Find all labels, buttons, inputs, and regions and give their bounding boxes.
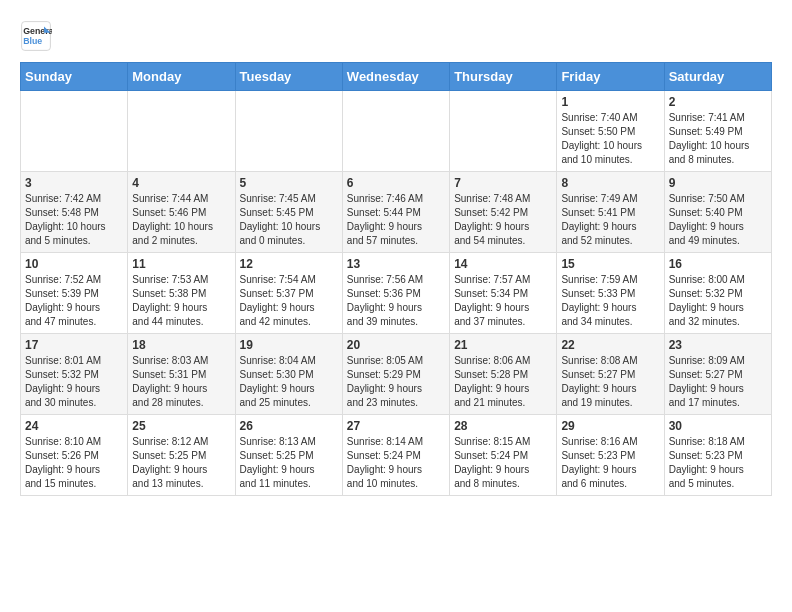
calendar-cell: 16Sunrise: 8:00 AM Sunset: 5:32 PM Dayli… <box>664 253 771 334</box>
day-info: Sunrise: 8:09 AM Sunset: 5:27 PM Dayligh… <box>669 354 767 410</box>
svg-text:Blue: Blue <box>23 36 42 46</box>
calendar-cell: 22Sunrise: 8:08 AM Sunset: 5:27 PM Dayli… <box>557 334 664 415</box>
day-info: Sunrise: 7:45 AM Sunset: 5:45 PM Dayligh… <box>240 192 338 248</box>
day-number: 3 <box>25 176 123 190</box>
calendar-cell: 26Sunrise: 8:13 AM Sunset: 5:25 PM Dayli… <box>235 415 342 496</box>
day-number: 20 <box>347 338 445 352</box>
day-number: 22 <box>561 338 659 352</box>
calendar-cell: 9Sunrise: 7:50 AM Sunset: 5:40 PM Daylig… <box>664 172 771 253</box>
calendar-table: SundayMondayTuesdayWednesdayThursdayFrid… <box>20 62 772 496</box>
day-info: Sunrise: 8:05 AM Sunset: 5:29 PM Dayligh… <box>347 354 445 410</box>
day-info: Sunrise: 8:03 AM Sunset: 5:31 PM Dayligh… <box>132 354 230 410</box>
calendar-cell: 8Sunrise: 7:49 AM Sunset: 5:41 PM Daylig… <box>557 172 664 253</box>
day-number: 23 <box>669 338 767 352</box>
day-info: Sunrise: 7:52 AM Sunset: 5:39 PM Dayligh… <box>25 273 123 329</box>
day-info: Sunrise: 7:44 AM Sunset: 5:46 PM Dayligh… <box>132 192 230 248</box>
logo-icon: General Blue <box>20 20 52 52</box>
calendar-cell: 18Sunrise: 8:03 AM Sunset: 5:31 PM Dayli… <box>128 334 235 415</box>
day-number: 28 <box>454 419 552 433</box>
header-day: Saturday <box>664 63 771 91</box>
calendar-cell: 25Sunrise: 8:12 AM Sunset: 5:25 PM Dayli… <box>128 415 235 496</box>
day-number: 26 <box>240 419 338 433</box>
calendar-cell <box>21 91 128 172</box>
calendar-cell: 4Sunrise: 7:44 AM Sunset: 5:46 PM Daylig… <box>128 172 235 253</box>
day-info: Sunrise: 8:10 AM Sunset: 5:26 PM Dayligh… <box>25 435 123 491</box>
calendar-cell: 7Sunrise: 7:48 AM Sunset: 5:42 PM Daylig… <box>450 172 557 253</box>
day-info: Sunrise: 7:50 AM Sunset: 5:40 PM Dayligh… <box>669 192 767 248</box>
calendar-cell: 21Sunrise: 8:06 AM Sunset: 5:28 PM Dayli… <box>450 334 557 415</box>
day-info: Sunrise: 7:40 AM Sunset: 5:50 PM Dayligh… <box>561 111 659 167</box>
day-number: 10 <box>25 257 123 271</box>
day-number: 30 <box>669 419 767 433</box>
calendar-body: 1Sunrise: 7:40 AM Sunset: 5:50 PM Daylig… <box>21 91 772 496</box>
calendar-cell: 30Sunrise: 8:18 AM Sunset: 5:23 PM Dayli… <box>664 415 771 496</box>
day-info: Sunrise: 7:48 AM Sunset: 5:42 PM Dayligh… <box>454 192 552 248</box>
day-info: Sunrise: 8:12 AM Sunset: 5:25 PM Dayligh… <box>132 435 230 491</box>
calendar-cell: 15Sunrise: 7:59 AM Sunset: 5:33 PM Dayli… <box>557 253 664 334</box>
calendar-cell: 5Sunrise: 7:45 AM Sunset: 5:45 PM Daylig… <box>235 172 342 253</box>
header-day: Sunday <box>21 63 128 91</box>
calendar-cell: 29Sunrise: 8:16 AM Sunset: 5:23 PM Dayli… <box>557 415 664 496</box>
day-number: 13 <box>347 257 445 271</box>
header-day: Tuesday <box>235 63 342 91</box>
calendar-cell: 3Sunrise: 7:42 AM Sunset: 5:48 PM Daylig… <box>21 172 128 253</box>
calendar-cell: 17Sunrise: 8:01 AM Sunset: 5:32 PM Dayli… <box>21 334 128 415</box>
calendar-week-row: 1Sunrise: 7:40 AM Sunset: 5:50 PM Daylig… <box>21 91 772 172</box>
calendar-cell: 23Sunrise: 8:09 AM Sunset: 5:27 PM Dayli… <box>664 334 771 415</box>
day-info: Sunrise: 7:56 AM Sunset: 5:36 PM Dayligh… <box>347 273 445 329</box>
calendar-week-row: 3Sunrise: 7:42 AM Sunset: 5:48 PM Daylig… <box>21 172 772 253</box>
calendar-cell: 28Sunrise: 8:15 AM Sunset: 5:24 PM Dayli… <box>450 415 557 496</box>
day-info: Sunrise: 8:13 AM Sunset: 5:25 PM Dayligh… <box>240 435 338 491</box>
day-number: 1 <box>561 95 659 109</box>
day-info: Sunrise: 7:59 AM Sunset: 5:33 PM Dayligh… <box>561 273 659 329</box>
calendar-cell: 20Sunrise: 8:05 AM Sunset: 5:29 PM Dayli… <box>342 334 449 415</box>
day-number: 27 <box>347 419 445 433</box>
day-info: Sunrise: 7:53 AM Sunset: 5:38 PM Dayligh… <box>132 273 230 329</box>
day-info: Sunrise: 7:49 AM Sunset: 5:41 PM Dayligh… <box>561 192 659 248</box>
header-row: SundayMondayTuesdayWednesdayThursdayFrid… <box>21 63 772 91</box>
day-info: Sunrise: 7:57 AM Sunset: 5:34 PM Dayligh… <box>454 273 552 329</box>
calendar-header: SundayMondayTuesdayWednesdayThursdayFrid… <box>21 63 772 91</box>
day-info: Sunrise: 8:01 AM Sunset: 5:32 PM Dayligh… <box>25 354 123 410</box>
day-info: Sunrise: 7:54 AM Sunset: 5:37 PM Dayligh… <box>240 273 338 329</box>
calendar-cell <box>342 91 449 172</box>
day-number: 19 <box>240 338 338 352</box>
day-number: 14 <box>454 257 552 271</box>
day-info: Sunrise: 8:14 AM Sunset: 5:24 PM Dayligh… <box>347 435 445 491</box>
day-number: 21 <box>454 338 552 352</box>
calendar-cell: 6Sunrise: 7:46 AM Sunset: 5:44 PM Daylig… <box>342 172 449 253</box>
day-number: 16 <box>669 257 767 271</box>
header-day: Monday <box>128 63 235 91</box>
day-info: Sunrise: 8:16 AM Sunset: 5:23 PM Dayligh… <box>561 435 659 491</box>
day-info: Sunrise: 8:18 AM Sunset: 5:23 PM Dayligh… <box>669 435 767 491</box>
day-number: 15 <box>561 257 659 271</box>
calendar-cell: 2Sunrise: 7:41 AM Sunset: 5:49 PM Daylig… <box>664 91 771 172</box>
day-number: 17 <box>25 338 123 352</box>
calendar-cell: 24Sunrise: 8:10 AM Sunset: 5:26 PM Dayli… <box>21 415 128 496</box>
day-info: Sunrise: 8:00 AM Sunset: 5:32 PM Dayligh… <box>669 273 767 329</box>
calendar-week-row: 17Sunrise: 8:01 AM Sunset: 5:32 PM Dayli… <box>21 334 772 415</box>
day-number: 7 <box>454 176 552 190</box>
day-number: 6 <box>347 176 445 190</box>
day-number: 29 <box>561 419 659 433</box>
day-number: 18 <box>132 338 230 352</box>
header-day: Friday <box>557 63 664 91</box>
day-info: Sunrise: 8:08 AM Sunset: 5:27 PM Dayligh… <box>561 354 659 410</box>
day-info: Sunrise: 7:46 AM Sunset: 5:44 PM Dayligh… <box>347 192 445 248</box>
calendar-cell: 14Sunrise: 7:57 AM Sunset: 5:34 PM Dayli… <box>450 253 557 334</box>
logo: General Blue <box>20 20 58 52</box>
calendar-cell <box>235 91 342 172</box>
calendar-cell: 19Sunrise: 8:04 AM Sunset: 5:30 PM Dayli… <box>235 334 342 415</box>
day-number: 12 <box>240 257 338 271</box>
day-number: 9 <box>669 176 767 190</box>
calendar-week-row: 24Sunrise: 8:10 AM Sunset: 5:26 PM Dayli… <box>21 415 772 496</box>
calendar-cell: 13Sunrise: 7:56 AM Sunset: 5:36 PM Dayli… <box>342 253 449 334</box>
day-number: 24 <box>25 419 123 433</box>
day-number: 25 <box>132 419 230 433</box>
day-number: 4 <box>132 176 230 190</box>
calendar-cell: 1Sunrise: 7:40 AM Sunset: 5:50 PM Daylig… <box>557 91 664 172</box>
day-info: Sunrise: 8:06 AM Sunset: 5:28 PM Dayligh… <box>454 354 552 410</box>
day-info: Sunrise: 7:41 AM Sunset: 5:49 PM Dayligh… <box>669 111 767 167</box>
day-number: 8 <box>561 176 659 190</box>
day-number: 5 <box>240 176 338 190</box>
